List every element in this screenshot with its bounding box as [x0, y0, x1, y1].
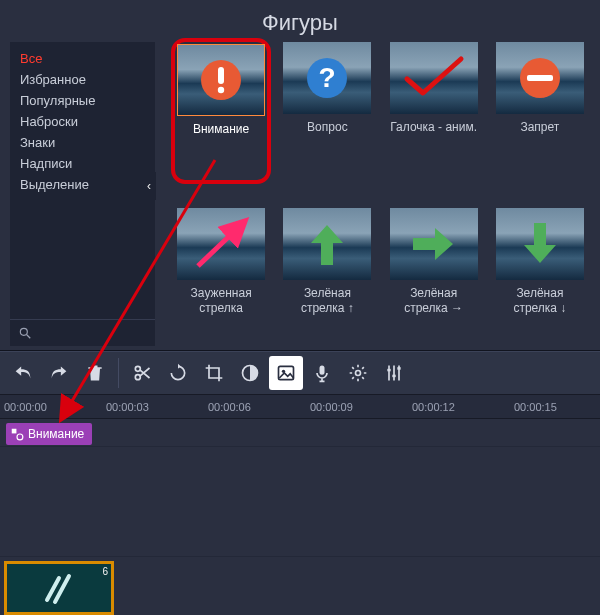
delete-button[interactable] [78, 356, 112, 390]
category-list: Все Избранное Популярные Наброски Знаки … [10, 42, 155, 201]
shape-label: Зелёная стрелка → [388, 286, 480, 316]
microphone-icon [312, 363, 332, 383]
sliders-button[interactable] [377, 356, 411, 390]
shape-thumb[interactable] [283, 208, 371, 280]
track-area[interactable] [0, 447, 600, 557]
crop-icon [204, 363, 224, 383]
shape-tile-check[interactable]: Галочка - аним. [388, 42, 480, 200]
svg-rect-17 [387, 369, 390, 372]
arrow-pink-ne-icon [177, 208, 265, 280]
sidebar-item-favorites[interactable]: Избранное [10, 69, 155, 90]
shape-label: Зелёная стрелка ↓ [494, 286, 586, 316]
shape-label: Зелёная стрелка ↑ [281, 286, 373, 316]
shape-label: Внимание [177, 122, 265, 152]
shape-tile-question[interactable]: ? Вопрос [281, 42, 373, 200]
chevron-left-icon: ‹ [147, 179, 151, 193]
timeline-ruler[interactable]: 00:00:00 00:00:03 00:00:06 00:00:09 00:0… [0, 395, 600, 419]
time-mark: 00:00:00 [4, 401, 47, 413]
svg-rect-19 [397, 367, 400, 370]
redo-icon [48, 362, 70, 384]
sidebar-item-sketches[interactable]: Наброски [10, 111, 155, 132]
shape-thumb[interactable] [177, 44, 265, 116]
timeline-toolbar [0, 351, 600, 395]
chromakey-button[interactable] [269, 356, 303, 390]
shape-label: Вопрос [307, 120, 348, 150]
shapes-browser: Все Избранное Популярные Наброски Знаки … [0, 42, 600, 346]
undo-button[interactable] [6, 356, 40, 390]
svg-line-1 [27, 335, 31, 339]
scissors-icon [132, 363, 152, 383]
svg-point-21 [17, 434, 23, 440]
svg-rect-20 [12, 428, 17, 433]
gear-icon [348, 363, 368, 383]
shape-tile-attention[interactable]: Внимание [175, 42, 267, 200]
sidebar-collapse-handle[interactable]: ‹ [142, 172, 156, 200]
arrow-green-down-icon [496, 208, 584, 280]
check-icon [390, 42, 478, 114]
timeline-tracks: Внимание 6 [0, 419, 600, 615]
svg-rect-15 [320, 366, 325, 375]
question-icon: ? [283, 42, 371, 114]
search-icon [18, 326, 32, 340]
svg-point-0 [20, 328, 27, 335]
search-input[interactable] [38, 326, 147, 340]
sidebar-item-popular[interactable]: Популярные [10, 90, 155, 111]
shape-label: Зауженная стрелка [175, 286, 267, 316]
time-mark: 00:00:06 [208, 401, 251, 413]
svg-point-4 [218, 87, 224, 93]
divider [118, 358, 119, 388]
noentry-icon [496, 42, 584, 114]
shape-thumb[interactable] [390, 42, 478, 114]
cut-button[interactable] [125, 356, 159, 390]
rotate-button[interactable] [161, 356, 195, 390]
crop-button[interactable] [197, 356, 231, 390]
contrast-icon [240, 363, 260, 383]
svg-text:?: ? [319, 62, 336, 93]
shape-tile-green-down[interactable]: Зелёная стрелка ↓ [494, 208, 586, 336]
shape-thumb[interactable] [177, 208, 265, 280]
svg-rect-3 [218, 67, 224, 84]
record-audio-button[interactable] [305, 356, 339, 390]
sidebar-item-signs[interactable]: Знаки [10, 132, 155, 153]
shape-thumb[interactable] [390, 208, 478, 280]
shapes-grid: Внимание ? Вопрос Галочка - аним. [155, 42, 590, 346]
time-mark: 00:00:12 [412, 401, 455, 413]
sidebar-item-all[interactable]: Все [10, 48, 155, 69]
titles-track[interactable]: Внимание [0, 419, 600, 447]
shape-tile-green-right[interactable]: Зелёная стрелка → [388, 208, 480, 336]
shape-label: Запрет [520, 120, 559, 150]
svg-rect-8 [527, 75, 553, 81]
tutorial-highlight: Внимание [171, 38, 271, 184]
panel-title: Фигуры [0, 0, 600, 42]
sidebar-item-highlight[interactable]: Выделение [10, 174, 155, 195]
image-icon [276, 363, 296, 383]
trash-icon [85, 363, 105, 383]
redo-button[interactable] [42, 356, 76, 390]
svg-line-9 [198, 224, 242, 266]
svg-rect-18 [392, 375, 395, 378]
time-mark: 00:00:09 [310, 401, 353, 413]
time-mark: 00:00:15 [514, 401, 557, 413]
undo-icon [12, 362, 34, 384]
video-track[interactable]: 6 [0, 557, 600, 615]
video-clip[interactable]: 6 [4, 561, 114, 615]
clip-label: Внимание [28, 427, 84, 441]
arrow-green-right-icon [390, 208, 478, 280]
shape-tile-forbid[interactable]: Запрет [494, 42, 586, 200]
color-adjust-button[interactable] [233, 356, 267, 390]
sliders-icon [384, 363, 404, 383]
clip-properties-button[interactable] [341, 356, 375, 390]
category-sidebar: Все Избранное Популярные Наброски Знаки … [10, 42, 155, 346]
arrow-green-up-icon [283, 208, 371, 280]
clip-attention[interactable]: Внимание [6, 423, 92, 445]
video-thumb-graphic [39, 568, 79, 608]
shape-thumb[interactable] [496, 208, 584, 280]
sidebar-item-captions[interactable]: Надписи [10, 153, 155, 174]
shape-thumb[interactable] [496, 42, 584, 114]
clip-duration: 6 [102, 566, 108, 577]
shape-thumb[interactable]: ? [283, 42, 371, 114]
shape-label: Галочка - аним. [390, 120, 477, 150]
shape-tile-narrow-arrow[interactable]: Зауженная стрелка [175, 208, 267, 336]
shape-tile-green-up[interactable]: Зелёная стрелка ↑ [281, 208, 373, 336]
search-row [10, 319, 155, 346]
